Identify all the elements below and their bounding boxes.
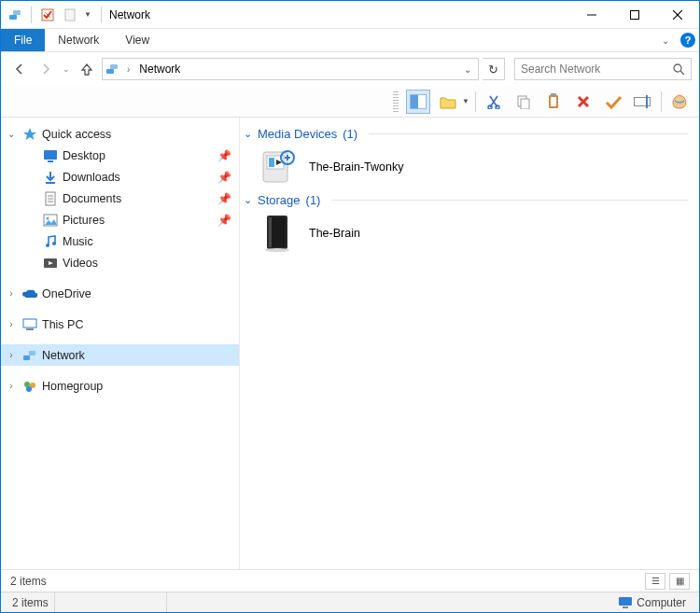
svg-rect-20 [551, 93, 556, 96]
sidebar-item-pictures[interactable]: · Pictures 📌 [1, 209, 239, 230]
svg-rect-3 [65, 9, 75, 21]
apply-button[interactable] [601, 90, 625, 114]
paste-button[interactable] [541, 90, 566, 114]
address-dropdown-icon[interactable]: ⌄ [459, 64, 476, 75]
toolbar-grip[interactable] [393, 91, 399, 112]
svg-rect-48 [269, 217, 272, 247]
expand-icon[interactable]: › [1, 381, 21, 391]
dropdown-icon[interactable]: ▼ [462, 97, 469, 105]
up-button[interactable] [76, 58, 98, 80]
sidebar-item-documents[interactable]: · Documents 📌 [1, 188, 239, 209]
folder-options-button[interactable] [436, 90, 460, 114]
item-media-device[interactable]: The-Brain-Twonky [244, 145, 688, 189]
forward-button[interactable] [35, 58, 57, 80]
svg-rect-36 [26, 328, 34, 330]
icons-view-button[interactable]: ▦ [669, 573, 690, 590]
group-header-media-devices[interactable]: ⌄ Media Devices (1) [244, 127, 688, 141]
sidebar-item-label: Downloads [63, 171, 214, 184]
refresh-button[interactable]: ↻ [483, 58, 505, 80]
sidebar-item-desktop[interactable]: · Desktop 📌 [1, 145, 239, 166]
back-button[interactable] [8, 58, 31, 80]
group-title: Storage [258, 193, 301, 207]
svg-rect-24 [48, 160, 53, 162]
breadcrumb[interactable]: Network [137, 63, 182, 76]
help-icon: ? [680, 33, 695, 48]
sidebar-item-label: Desktop [63, 149, 214, 162]
recent-locations-dropdown[interactable]: ⌄ [61, 58, 72, 80]
expand-icon[interactable]: › [1, 319, 21, 329]
details-view-button[interactable]: ☰ [645, 573, 665, 590]
network-icon [21, 347, 38, 364]
svg-rect-23 [44, 150, 57, 160]
collapse-icon[interactable]: ⌄ [1, 129, 21, 139]
close-button[interactable] [656, 1, 699, 29]
shell-extension-button[interactable] [667, 90, 692, 114]
expand-icon[interactable]: › [1, 350, 21, 360]
svg-rect-19 [551, 97, 556, 106]
copy-button[interactable] [511, 90, 536, 114]
address-bar[interactable]: › Network ⌄ [102, 58, 479, 80]
svg-rect-1 [13, 10, 21, 15]
collapse-icon[interactable]: ⌄ [244, 128, 252, 140]
network-icon[interactable] [5, 5, 25, 25]
sidebar-homegroup[interactable]: › Homegroup [1, 375, 239, 397]
navigation-pane[interactable]: ⌄ Quick access · Desktop 📌 · Downloads 📌 [1, 118, 240, 569]
item-storage-device[interactable]: The-Brain [244, 211, 688, 256]
sidebar-this-pc[interactable]: › This PC [1, 313, 239, 335]
sidebar-item-downloads[interactable]: · Downloads 📌 [1, 166, 239, 188]
svg-rect-38 [29, 351, 35, 355]
delete-button[interactable] [571, 90, 595, 114]
sidebar-item-label: Music [63, 235, 231, 248]
sidebar-item-music[interactable]: · Music [1, 230, 239, 252]
sidebar-network[interactable]: › Network [1, 344, 239, 366]
sidebar-item-label: OneDrive [42, 287, 231, 300]
pin-icon: 📌 [214, 214, 231, 227]
svg-rect-17 [521, 99, 529, 109]
downloads-icon [42, 169, 59, 186]
maximize-button[interactable] [613, 1, 656, 29]
svg-point-31 [47, 216, 49, 219]
group-title: Media Devices [258, 127, 337, 141]
separator [101, 7, 102, 23]
pictures-icon [42, 212, 59, 229]
qat-dropdown-icon[interactable]: ▼ [82, 5, 93, 25]
properties-icon[interactable] [37, 5, 58, 25]
pin-icon: 📌 [214, 149, 231, 162]
sidebar-item-videos[interactable]: · Videos [1, 252, 239, 273]
search-input[interactable]: Search Network [514, 58, 692, 80]
sidebar-onedrive[interactable]: › OneDrive [1, 283, 239, 304]
svg-rect-35 [23, 319, 36, 327]
rename-button[interactable] [631, 90, 655, 114]
svg-point-41 [26, 386, 32, 392]
group-header-storage[interactable]: ⌄ Storage (1) [244, 193, 688, 207]
window-title: Network [105, 8, 150, 21]
tab-view[interactable]: View [112, 29, 162, 51]
monitor-icon [618, 596, 633, 609]
pin-icon: 📌 [214, 171, 231, 184]
tab-network[interactable]: Network [45, 29, 112, 51]
rule [369, 133, 688, 134]
expand-icon[interactable]: › [1, 288, 21, 299]
sidebar-item-label: Quick access [42, 128, 231, 141]
group-count: (1) [306, 193, 321, 207]
computer-indicator[interactable]: Computer [610, 596, 693, 609]
svg-rect-51 [623, 606, 628, 608]
svg-rect-8 [106, 69, 114, 74]
separator [475, 91, 476, 112]
new-folder-icon[interactable] [60, 5, 80, 25]
chevron-right-icon[interactable]: › [123, 64, 133, 75]
content-pane[interactable]: ⌄ Media Devices (1) The-Brain-Twonk [240, 118, 699, 569]
sidebar-quick-access[interactable]: ⌄ Quick access [1, 123, 239, 145]
preview-pane-button[interactable] [406, 90, 430, 114]
help-button[interactable]: ? [677, 29, 699, 51]
desktop-icon [42, 147, 59, 164]
ribbon-collapse-icon[interactable]: ⌄ [654, 29, 677, 51]
minimize-button[interactable] [570, 1, 613, 29]
sidebar-item-label: This PC [42, 318, 231, 331]
collapse-icon[interactable]: ⌄ [244, 194, 252, 206]
svg-point-32 [46, 244, 49, 247]
svg-point-49 [265, 248, 289, 252]
svg-rect-9 [110, 64, 118, 69]
cut-button[interactable] [482, 90, 506, 114]
tab-file[interactable]: File [1, 29, 45, 51]
